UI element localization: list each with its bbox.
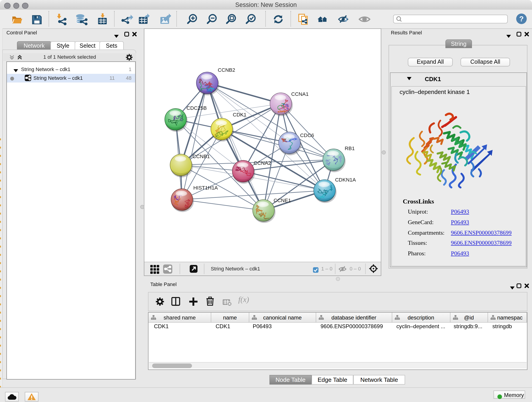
svg-text:CDKN1A: CDKN1A <box>335 177 356 183</box>
svg-text:CDC25B: CDC25B <box>186 105 207 111</box>
svg-text:?: ? <box>519 15 524 23</box>
svg-text:CCNA2: CCNA2 <box>254 160 271 166</box>
svg-text:CDK1: CDK1 <box>233 112 247 118</box>
svg-text:CCNA1: CCNA1 <box>291 91 309 97</box>
svg-text:HIST1H1A: HIST1H1A <box>193 185 218 191</box>
svg-text:CDC6: CDC6 <box>300 133 314 138</box>
svg-text:RB1: RB1 <box>345 146 355 151</box>
svg-text:CCNB1: CCNB1 <box>192 153 210 159</box>
svg-text:CCNB2: CCNB2 <box>218 67 235 73</box>
svg-text:CCNE1: CCNE1 <box>273 198 291 203</box>
